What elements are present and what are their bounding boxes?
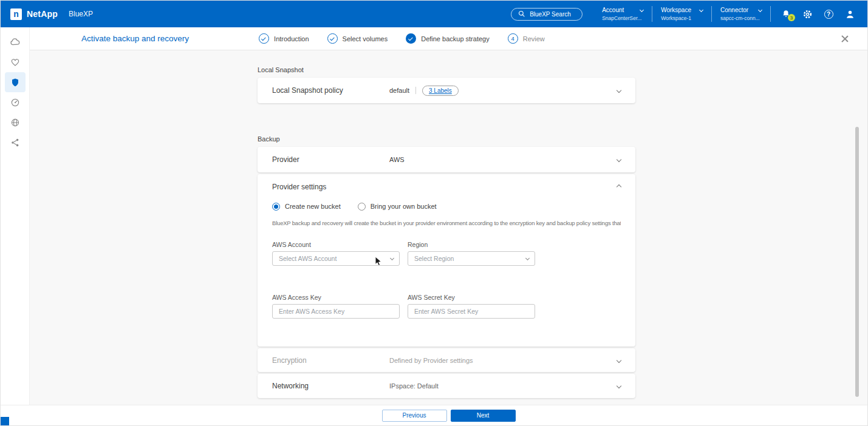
notifications-bell-icon[interactable]: 3 — [781, 8, 791, 19]
chevron-down-icon[interactable] — [617, 88, 621, 93]
chevron-down-icon[interactable] — [617, 357, 621, 362]
chevron-down-icon[interactable] — [617, 157, 621, 162]
bluexp-search[interactable]: BlueXP Search — [511, 8, 583, 21]
region-select[interactable]: Select Region — [408, 251, 535, 266]
step-number-icon: 4 — [508, 33, 518, 44]
step-select-volumes[interactable]: Select volumes — [327, 33, 388, 44]
product-name: BlueXP — [69, 10, 93, 18]
sidebar-item-mobility[interactable] — [5, 112, 26, 132]
sidebar-item-extensions[interactable] — [5, 132, 26, 152]
bucket-radio-group: Create new bucket Bring your own bucket — [272, 200, 621, 213]
backup-heading: Backup — [258, 135, 635, 143]
step-define-backup-strategy[interactable]: Define backup strategy — [406, 33, 490, 44]
networking-card: Networking IPspace: Default — [258, 374, 635, 398]
aws-account-label: AWS Account — [272, 241, 400, 248]
connector-menu[interactable]: Connector sapcc-cm-conn... — [712, 7, 770, 21]
aws-account-select[interactable]: Select AWS Account — [272, 251, 400, 266]
bucket-info-text: BlueXP backup and recovery will create t… — [272, 220, 621, 226]
workspace-label: Workspace — [661, 7, 691, 13]
networking-label: Networking — [272, 382, 309, 390]
chevron-down-icon — [390, 255, 394, 260]
left-sidebar — [1, 27, 30, 425]
search-icon — [518, 10, 526, 18]
aws-access-key-label: AWS Access Key — [272, 294, 400, 301]
radio-selected-icon — [272, 203, 280, 211]
aws-secret-key-label: AWS Secret Key — [408, 294, 535, 301]
connector-label: Connector — [720, 7, 748, 13]
vertical-scrollbar[interactable] — [855, 127, 859, 397]
radio-create-new-bucket[interactable]: Create new bucket — [272, 203, 341, 211]
networking-value: IPspace: Default — [389, 382, 439, 390]
region-label: Region — [408, 241, 535, 248]
chevron-up-icon[interactable] — [617, 184, 621, 189]
chevron-down-icon — [758, 8, 762, 12]
radio-byo-label: Bring your own bucket — [371, 203, 437, 210]
radio-unselected-icon — [358, 203, 366, 211]
chevron-down-icon — [640, 8, 644, 12]
step-label: Select volumes — [343, 35, 388, 42]
provider-settings-label: Provider settings — [272, 183, 326, 191]
encryption-value: Defined by Provider settings — [389, 357, 473, 364]
chevron-down-icon — [525, 255, 530, 260]
main-content: Local Snapshot Local Snapshot policy def… — [30, 50, 867, 405]
account-label: Account — [602, 7, 624, 13]
workspace-value: Workspace-1 — [661, 15, 703, 21]
step-done-icon — [327, 33, 338, 44]
sidebar-item-storage[interactable] — [5, 32, 26, 52]
brand-name: NetApp — [27, 9, 58, 19]
step-introduction[interactable]: Introduction — [259, 33, 309, 44]
region-select-value: Select Region — [414, 255, 454, 262]
account-value: SnapCenterSer... — [602, 15, 643, 21]
workspace-menu[interactable]: Workspace Workspace-1 — [652, 7, 711, 21]
next-button[interactable]: Next — [451, 410, 516, 422]
help-icon[interactable]: ? — [823, 8, 834, 19]
local-snapshot-policy-card: Local Snapshot policy default 3 Labels — [258, 78, 635, 103]
provider-label: Provider — [272, 155, 299, 164]
step-review[interactable]: 4 Review — [508, 33, 545, 44]
user-profile-icon[interactable] — [844, 8, 855, 19]
provider-card: Provider AWS — [258, 147, 635, 172]
sidebar-item-health[interactable] — [5, 52, 26, 72]
notification-badge: 3 — [788, 14, 795, 21]
settings-gear-icon[interactable] — [802, 8, 813, 19]
wizard-footer: Previous Next — [1, 405, 867, 425]
connector-value: sapcc-cm-conn... — [720, 15, 762, 21]
step-label: Review — [523, 35, 545, 42]
encryption-card: Encryption Defined by Provider settings — [258, 348, 635, 372]
step-active-icon — [406, 33, 416, 44]
step-label: Introduction — [274, 35, 309, 42]
wizard-stepper: Introduction Select volumes Define backu… — [259, 33, 545, 44]
aws-access-key-input[interactable] — [272, 304, 400, 319]
provider-settings-card: Provider settings Create new bucket Brin… — [258, 174, 635, 347]
sidebar-item-protection[interactable] — [5, 72, 26, 92]
aws-secret-key-input[interactable] — [408, 304, 535, 319]
encryption-label: Encryption — [272, 356, 307, 365]
local-snapshot-heading: Local Snapshot — [258, 66, 635, 73]
netapp-logo-icon: n — [10, 8, 22, 20]
local-snapshot-policy-label: Local Snapshot policy — [272, 86, 343, 95]
top-navigation-bar: n NetApp BlueXP BlueXP Search Account Sn… — [1, 1, 867, 27]
bluexp-window: n NetApp BlueXP BlueXP Search Account Sn… — [0, 0, 868, 426]
provider-value: AWS — [389, 156, 405, 163]
close-icon[interactable] — [841, 35, 849, 43]
radio-create-label: Create new bucket — [285, 203, 341, 210]
local-snapshot-policy-value: default — [389, 87, 409, 94]
previous-button[interactable]: Previous — [382, 410, 447, 422]
step-done-icon — [259, 33, 269, 44]
chat-widget-tab[interactable] — [1, 417, 9, 425]
step-label: Define backup strategy — [421, 35, 490, 42]
labels-badge[interactable]: 3 Labels — [422, 86, 459, 96]
netapp-brand: n NetApp BlueXP — [1, 8, 93, 20]
account-menu[interactable]: Account SnapCenterSer... — [593, 7, 652, 21]
sidebar-item-governance[interactable] — [5, 92, 26, 112]
aws-account-select-value: Select AWS Account — [279, 255, 337, 262]
chevron-down-icon — [699, 8, 703, 12]
chevron-down-icon[interactable] — [617, 384, 621, 388]
wizard-header: Activate backup and recovery Introductio… — [30, 27, 867, 50]
radio-bring-your-own-bucket[interactable]: Bring your own bucket — [358, 203, 437, 211]
wizard-title: Activate backup and recovery — [81, 34, 189, 43]
search-placeholder: BlueXP Search — [530, 11, 571, 18]
top-icon-group: 3 ? — [771, 8, 867, 19]
divider — [415, 87, 416, 94]
